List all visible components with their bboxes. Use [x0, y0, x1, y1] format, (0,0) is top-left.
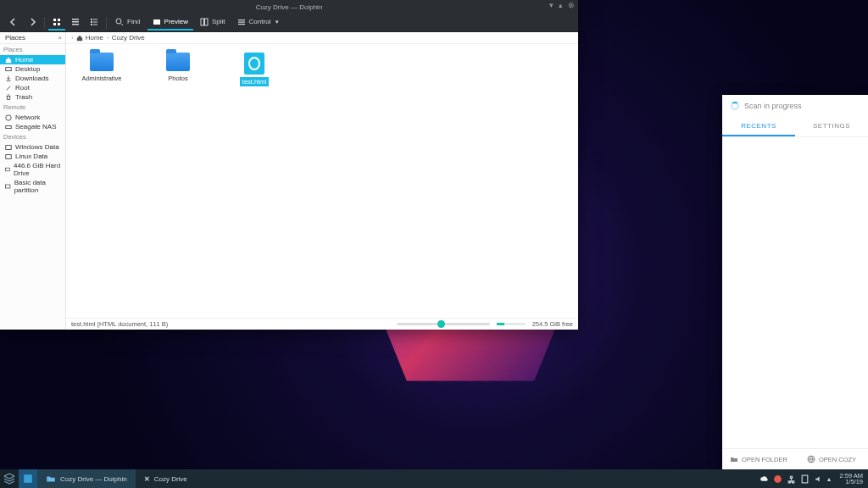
cloud-icon[interactable] — [760, 474, 769, 484]
status-bar: test.html (HTML document, 111 B) 254.5 G… — [66, 318, 578, 330]
svg-rect-7 — [91, 19, 92, 20]
side-tab-places[interactable]: Places × — [0, 32, 65, 44]
tab-settings[interactable]: SETTINGS — [795, 117, 868, 136]
minimize-icon[interactable]: ▾ — [549, 1, 554, 9]
disk-usage-bar — [497, 323, 526, 325]
view-details-button[interactable] — [86, 15, 103, 30]
breadcrumb-home[interactable]: ›Home — [71, 34, 103, 42]
svg-rect-26 — [6, 185, 10, 188]
preview-button[interactable]: Preview — [147, 15, 193, 30]
spinner-icon — [731, 102, 739, 110]
section-places: Places — [0, 44, 65, 55]
taskbar-dolphin[interactable]: Cozy Drive — Dolphin — [37, 469, 136, 488]
places-panel: Places × Places Home Desktop Downloads R… — [0, 32, 66, 330]
maximize-icon[interactable]: ▴ — [559, 1, 563, 9]
svg-rect-17 — [238, 19, 245, 20]
open-folder-button[interactable]: OPEN FOLDER — [722, 449, 795, 469]
svg-point-29 — [775, 475, 782, 483]
volume-icon[interactable] — [814, 474, 823, 484]
svg-rect-4 — [72, 19, 79, 20]
cozy-status: Scan in progress — [722, 95, 868, 117]
svg-rect-28 — [24, 474, 32, 483]
cozy-content — [722, 137, 868, 448]
folder-icon — [166, 53, 190, 71]
toolbar-separator — [44, 17, 45, 29]
close-icon[interactable]: ⊗ — [568, 1, 575, 9]
svg-rect-18 — [238, 21, 245, 22]
svg-rect-15 — [201, 19, 204, 25]
svg-point-21 — [6, 114, 11, 119]
sidebar-item-linux-data[interactable]: Linux Data — [0, 152, 65, 161]
svg-rect-14 — [153, 19, 160, 25]
svg-rect-16 — [205, 19, 209, 25]
globe-icon — [807, 455, 815, 463]
sidebar-item-hard-drive[interactable]: 446.6 GiB Hard Drive — [0, 161, 65, 178]
split-button[interactable]: Split — [195, 15, 231, 30]
zoom-slider[interactable] — [397, 323, 490, 325]
sidebar-item-downloads[interactable]: Downloads — [0, 74, 65, 83]
svg-rect-5 — [72, 21, 79, 23]
sidebar-item-seagate-nas[interactable]: Seagate NAS — [0, 122, 65, 131]
sidebar-item-trash[interactable]: Trash — [0, 92, 65, 102]
svg-point-13 — [116, 19, 121, 24]
svg-rect-20 — [6, 67, 11, 70]
network-icon[interactable] — [787, 474, 796, 484]
folder-photos[interactable]: Photos — [154, 53, 202, 83]
section-remote: Remote — [0, 102, 65, 113]
svg-rect-30 — [803, 475, 809, 483]
breadcrumb[interactable]: ›Home ›Cozy Drive — [66, 32, 578, 44]
window-titlebar[interactable]: Cozy Drive — Dolphin ▾ ▴ ⊗ — [0, 0, 578, 14]
svg-rect-23 — [6, 145, 11, 149]
svg-rect-22 — [6, 125, 11, 128]
svg-rect-11 — [91, 24, 92, 25]
svg-rect-12 — [93, 24, 97, 25]
sidebar-item-windows-data[interactable]: Windows Data — [0, 142, 65, 152]
folder-icon — [730, 455, 738, 463]
app-launcher-button[interactable] — [0, 469, 19, 488]
forward-button[interactable] — [24, 15, 41, 30]
svg-rect-0 — [53, 19, 56, 21]
open-cozy-button[interactable]: OPEN COZY — [795, 449, 868, 469]
sidebar-item-home[interactable]: Home — [0, 55, 65, 64]
file-test-html[interactable]: test.html — [231, 53, 278, 86]
disk-free: 254.5 GiB free — [532, 320, 573, 328]
control-menu-button[interactable]: Control▾ — [232, 15, 285, 30]
chevron-down-icon: ▾ — [275, 19, 279, 25]
tab-recents[interactable]: RECENTS — [722, 117, 795, 136]
view-compact-button[interactable] — [67, 15, 84, 30]
section-devices: Devices — [0, 131, 65, 142]
status-info: test.html (HTML document, 111 B) — [71, 320, 168, 328]
cozy-drive-panel: Scan in progress RECENTS SETTINGS OPEN F… — [722, 95, 868, 469]
cozy-tray-icon[interactable] — [773, 474, 782, 484]
dolphin-window: Cozy Drive — Dolphin ▾ ▴ ⊗ Find Preview … — [0, 0, 578, 330]
find-button[interactable]: Find — [110, 15, 146, 30]
sidebar-item-basic-data[interactable]: Basic data partition — [0, 178, 65, 195]
folder-administrative[interactable]: Administrative — [78, 53, 125, 83]
svg-rect-24 — [6, 154, 11, 158]
back-button[interactable] — [5, 15, 22, 30]
clock[interactable]: 2:59 AM 1/5/19 — [834, 473, 868, 485]
taskbar[interactable]: Cozy Drive — Dolphin ✕ Cozy Drive ▴ 2:59… — [0, 469, 868, 488]
clipboard-icon[interactable] — [800, 474, 810, 484]
taskbar-cozy[interactable]: ✕ Cozy Drive — [136, 469, 196, 488]
svg-rect-6 — [72, 24, 79, 25]
close-icon: ✕ — [144, 475, 150, 483]
svg-rect-8 — [93, 19, 97, 19]
sidebar-item-desktop[interactable]: Desktop — [0, 64, 65, 74]
html-file-icon — [244, 53, 264, 75]
svg-rect-3 — [58, 23, 60, 25]
close-icon[interactable]: × — [58, 34, 62, 42]
folder-icon — [90, 53, 114, 71]
activity-button[interactable] — [19, 469, 37, 488]
sidebar-item-network[interactable]: Network — [0, 113, 65, 122]
svg-rect-19 — [238, 24, 245, 25]
breadcrumb-cozy-drive[interactable]: ›Cozy Drive — [107, 34, 145, 42]
sidebar-item-root[interactable]: Root — [0, 83, 65, 92]
view-icons-button[interactable] — [48, 15, 65, 30]
svg-rect-1 — [58, 19, 60, 21]
window-title: Cozy Drive — Dolphin — [256, 3, 323, 11]
svg-rect-10 — [93, 21, 97, 22]
tray-expand-icon[interactable]: ▴ — [827, 475, 831, 483]
file-view[interactable]: Administrative Photos test.html — [66, 44, 578, 318]
system-tray[interactable]: ▴ — [756, 474, 834, 484]
